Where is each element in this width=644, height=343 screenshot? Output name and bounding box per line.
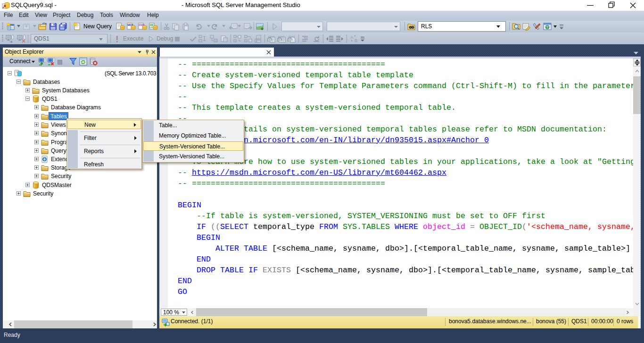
svg-text:B: B (355, 38, 357, 43)
svg-text:LA: LA (150, 26, 153, 29)
svg-text:A: A (350, 35, 353, 40)
